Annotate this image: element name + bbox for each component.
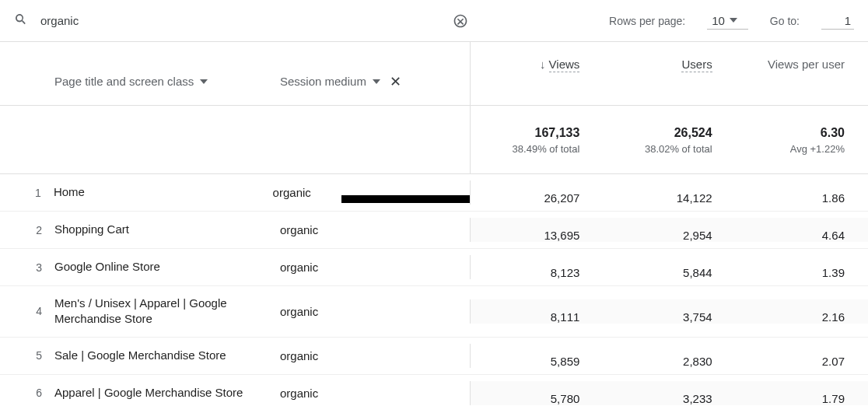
arrow-down-icon: ↓ xyxy=(540,58,546,71)
row-medium: organic xyxy=(280,305,420,318)
table-row: 3 Google Online Store organic 8,123 5,84… xyxy=(0,249,868,286)
metric-header-views[interactable]: ↓Views xyxy=(471,42,603,105)
row-medium: organic xyxy=(280,387,420,400)
row-index: 5 xyxy=(14,349,54,362)
row-views: 26,207 xyxy=(471,180,603,205)
total-views-sub: 38.49% of total xyxy=(471,143,579,155)
total-users: 26,524 xyxy=(603,126,712,140)
row-vpu: 2.07 xyxy=(736,344,868,368)
total-views: 167,133 xyxy=(471,126,579,140)
row-index: 3 xyxy=(14,261,54,274)
row-views: 8,123 xyxy=(471,255,603,279)
row-users: 3,754 xyxy=(603,299,735,324)
column-header-row: Page title and screen class Session medi… xyxy=(0,42,868,106)
dimension-primary-header[interactable]: Page title and screen class xyxy=(54,59,280,88)
pager: Rows per page: 10 Go to: xyxy=(609,12,854,30)
goto-label: Go to: xyxy=(770,15,800,27)
table-row: 4 Men's / Unisex | Apparel | Google Merc… xyxy=(0,286,868,338)
row-views: 5,780 xyxy=(471,381,603,405)
search-wrap xyxy=(14,12,452,29)
row-index: 6 xyxy=(14,387,54,399)
row-page-title[interactable]: Men's / Unisex | Apparel | Google Mercha… xyxy=(54,286,280,337)
rows-per-page-label: Rows per page: xyxy=(609,15,685,27)
dimension-primary-label: Page title and screen class xyxy=(54,75,194,88)
toolbar: Rows per page: 10 Go to: xyxy=(0,0,868,42)
row-page-title[interactable]: Apparel | Google Merchandise Store xyxy=(54,376,280,406)
row-users: 2,954 xyxy=(603,218,735,242)
search-input[interactable] xyxy=(40,14,398,27)
row-vpu: 1.79 xyxy=(736,381,868,405)
search-icon xyxy=(14,12,28,29)
remove-secondary-dimension-button[interactable]: ✕ xyxy=(387,72,405,91)
table-row: 6 Apparel | Google Merchandise Store org… xyxy=(0,375,868,407)
row-medium: organic xyxy=(280,223,420,236)
row-vpu: 4.64 xyxy=(736,218,868,242)
row-views: 8,111 xyxy=(471,299,603,324)
metric-header-users[interactable]: Users xyxy=(603,42,735,105)
totals-row: 167,133 38.49% of total 26,524 38.02% of… xyxy=(0,106,868,174)
redaction-bar xyxy=(341,195,470,203)
total-vpu-sub: Avg +1.22% xyxy=(736,143,845,155)
row-users: 2,830 xyxy=(603,344,735,368)
row-vpu: 2.16 xyxy=(736,299,868,324)
total-users-sub: 38.02% of total xyxy=(603,143,712,155)
clear-search-button[interactable] xyxy=(452,12,469,30)
rows-per-page-value: 10 xyxy=(712,14,725,27)
row-index: 4 xyxy=(14,305,54,317)
rows-per-page-select[interactable]: 10 xyxy=(707,12,748,30)
row-users: 14,122 xyxy=(603,180,735,205)
row-index: 2 xyxy=(14,224,54,236)
row-medium: organic xyxy=(280,261,420,274)
row-page-title[interactable]: Home xyxy=(54,175,273,209)
table-row: 1 Home organic 26,207 14,122 1.86 xyxy=(0,174,868,212)
row-views: 13,695 xyxy=(471,218,603,242)
row-users: 3,233 xyxy=(603,381,735,405)
metric-header-views-per-user[interactable]: Views per user xyxy=(736,42,868,105)
row-page-title[interactable]: Shopping Cart xyxy=(54,212,280,247)
row-page-title[interactable]: Sale | Google Merchandise Store xyxy=(54,338,280,373)
close-circle-icon xyxy=(453,13,468,29)
chevron-down-icon xyxy=(730,18,737,23)
total-vpu: 6.30 xyxy=(736,126,845,140)
row-vpu: 1.39 xyxy=(736,255,868,279)
row-vpu: 1.86 xyxy=(736,180,868,205)
table-row: 5 Sale | Google Merchandise Store organi… xyxy=(0,338,868,375)
table-row: 2 Shopping Cart organic 13,695 2,954 4.6… xyxy=(0,212,868,249)
chevron-down-icon xyxy=(373,79,380,84)
row-medium: organic xyxy=(280,349,420,362)
dimension-secondary-label: Session medium xyxy=(280,75,366,88)
row-page-title[interactable]: Google Online Store xyxy=(54,250,280,284)
row-users: 5,844 xyxy=(603,255,735,279)
row-views: 5,859 xyxy=(471,344,603,368)
close-icon: ✕ xyxy=(390,73,401,90)
dimension-secondary-header[interactable]: Session medium xyxy=(280,75,380,88)
chevron-down-icon xyxy=(200,79,208,84)
goto-input[interactable] xyxy=(821,12,854,30)
row-index: 1 xyxy=(14,187,54,199)
